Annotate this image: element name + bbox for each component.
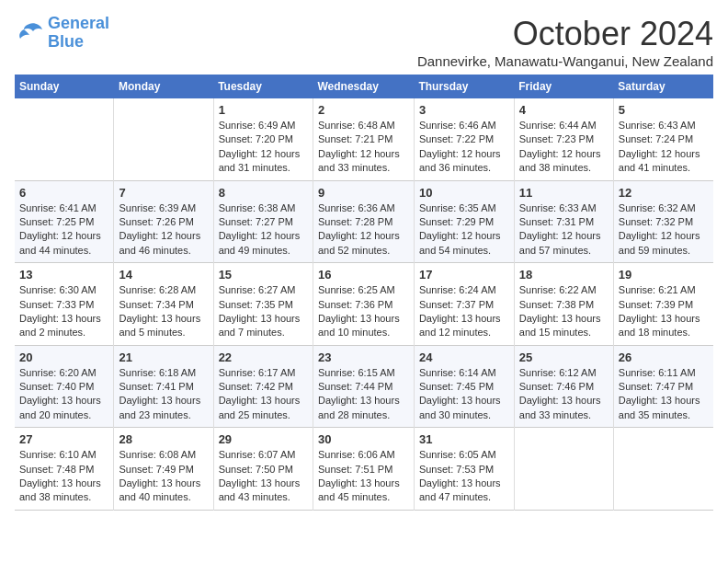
day-number: 2	[318, 103, 409, 117]
day-number: 13	[19, 268, 108, 282]
day-number: 6	[19, 186, 108, 200]
day-number: 7	[119, 186, 208, 200]
day-number: 19	[619, 268, 709, 282]
day-number: 20	[19, 350, 108, 364]
title-block: October 2024 Dannevirke, Manawatu-Wangan…	[417, 15, 713, 69]
calendar-body: 1 Sunrise: 6:49 AMSunset: 7:20 PMDayligh…	[15, 98, 713, 510]
day-number: 28	[119, 432, 208, 446]
day-number: 22	[219, 350, 308, 364]
calendar-cell: 23 Sunrise: 6:15 AMSunset: 7:44 PMDaylig…	[313, 345, 414, 428]
day-number: 23	[318, 350, 409, 364]
weekday-header: Saturday	[613, 75, 713, 98]
calendar-cell: 3 Sunrise: 6:46 AMSunset: 7:22 PMDayligh…	[414, 98, 514, 180]
weekday-header: Thursday	[414, 75, 514, 98]
calendar-cell: 8 Sunrise: 6:38 AMSunset: 7:27 PMDayligh…	[213, 180, 313, 263]
day-info: Sunrise: 6:06 AMSunset: 7:51 PMDaylight:…	[318, 448, 409, 505]
day-number: 24	[419, 350, 509, 364]
day-number: 9	[318, 186, 409, 200]
calendar-cell: 20 Sunrise: 6:20 AMSunset: 7:40 PMDaylig…	[15, 345, 114, 428]
calendar-header: SundayMondayTuesdayWednesdayThursdayFrid…	[15, 75, 713, 98]
location-subtitle: Dannevirke, Manawatu-Wanganui, New Zeala…	[417, 53, 713, 69]
day-info: Sunrise: 6:24 AMSunset: 7:37 PMDaylight:…	[419, 283, 509, 340]
day-number: 8	[219, 186, 308, 200]
day-info: Sunrise: 6:21 AMSunset: 7:39 PMDaylight:…	[619, 283, 709, 340]
calendar-cell: 9 Sunrise: 6:36 AMSunset: 7:28 PMDayligh…	[313, 180, 414, 263]
month-title: October 2024	[417, 15, 713, 53]
day-info: Sunrise: 6:05 AMSunset: 7:53 PMDaylight:…	[419, 448, 509, 505]
day-info: Sunrise: 6:28 AMSunset: 7:34 PMDaylight:…	[119, 283, 208, 340]
day-number: 17	[419, 268, 509, 282]
calendar-cell: 27 Sunrise: 6:10 AMSunset: 7:48 PMDaylig…	[15, 428, 114, 511]
calendar-cell: 5 Sunrise: 6:43 AMSunset: 7:24 PMDayligh…	[613, 98, 713, 180]
day-number: 15	[219, 268, 308, 282]
day-info: Sunrise: 6:39 AMSunset: 7:26 PMDaylight:…	[119, 201, 208, 259]
day-number: 25	[519, 350, 609, 364]
day-number: 5	[619, 103, 709, 117]
day-info: Sunrise: 6:27 AMSunset: 7:35 PMDaylight:…	[219, 283, 308, 340]
day-number: 26	[619, 350, 709, 364]
day-number: 12	[619, 186, 709, 200]
day-info: Sunrise: 6:11 AMSunset: 7:47 PMDaylight:…	[619, 366, 709, 423]
day-number: 16	[318, 268, 409, 282]
day-number: 21	[119, 350, 208, 364]
day-number: 29	[219, 432, 308, 446]
weekday-header: Monday	[114, 75, 213, 98]
calendar-cell: 6 Sunrise: 6:41 AMSunset: 7:25 PMDayligh…	[15, 180, 114, 263]
day-info: Sunrise: 6:10 AMSunset: 7:48 PMDaylight:…	[19, 448, 108, 505]
day-info: Sunrise: 6:07 AMSunset: 7:50 PMDaylight:…	[219, 448, 308, 505]
calendar-cell: 13 Sunrise: 6:30 AMSunset: 7:33 PMDaylig…	[15, 263, 114, 346]
weekday-header: Friday	[514, 75, 613, 98]
calendar-cell: 26 Sunrise: 6:11 AMSunset: 7:47 PMDaylig…	[613, 345, 713, 428]
day-info: Sunrise: 6:36 AMSunset: 7:28 PMDaylight:…	[318, 201, 409, 259]
day-info: Sunrise: 6:12 AMSunset: 7:46 PMDaylight:…	[519, 366, 609, 423]
calendar-cell: 28 Sunrise: 6:08 AMSunset: 7:49 PMDaylig…	[114, 428, 213, 511]
day-number: 18	[519, 268, 609, 282]
weekday-header: Tuesday	[213, 75, 313, 98]
day-number: 27	[19, 432, 108, 446]
calendar-cell	[613, 428, 713, 511]
calendar-cell: 4 Sunrise: 6:44 AMSunset: 7:23 PMDayligh…	[514, 98, 613, 180]
page-header: General Blue October 2024 Dannevirke, Ma…	[15, 15, 713, 69]
calendar-table: SundayMondayTuesdayWednesdayThursdayFrid…	[15, 75, 713, 511]
calendar-cell: 29 Sunrise: 6:07 AMSunset: 7:50 PMDaylig…	[213, 428, 313, 511]
day-number: 30	[318, 432, 409, 446]
day-info: Sunrise: 6:43 AMSunset: 7:24 PMDaylight:…	[619, 119, 709, 176]
day-info: Sunrise: 6:48 AMSunset: 7:21 PMDaylight:…	[318, 119, 409, 176]
day-number: 4	[519, 103, 609, 117]
day-info: Sunrise: 6:35 AMSunset: 7:29 PMDaylight:…	[419, 201, 509, 259]
logo: General Blue	[15, 15, 109, 52]
day-number: 31	[419, 432, 509, 446]
day-info: Sunrise: 6:32 AMSunset: 7:32 PMDaylight:…	[619, 201, 709, 259]
day-info: Sunrise: 6:20 AMSunset: 7:40 PMDaylight:…	[19, 366, 108, 423]
day-number: 10	[419, 186, 509, 200]
day-info: Sunrise: 6:17 AMSunset: 7:42 PMDaylight:…	[219, 366, 308, 423]
day-info: Sunrise: 6:25 AMSunset: 7:36 PMDaylight:…	[318, 283, 409, 340]
weekday-header: Sunday	[15, 75, 114, 98]
day-info: Sunrise: 6:22 AMSunset: 7:38 PMDaylight:…	[519, 283, 609, 340]
calendar-cell: 16 Sunrise: 6:25 AMSunset: 7:36 PMDaylig…	[313, 263, 414, 346]
day-info: Sunrise: 6:15 AMSunset: 7:44 PMDaylight:…	[318, 366, 409, 423]
calendar-cell: 25 Sunrise: 6:12 AMSunset: 7:46 PMDaylig…	[514, 345, 613, 428]
day-info: Sunrise: 6:08 AMSunset: 7:49 PMDaylight:…	[119, 448, 208, 505]
calendar-cell: 21 Sunrise: 6:18 AMSunset: 7:41 PMDaylig…	[114, 345, 213, 428]
day-info: Sunrise: 6:30 AMSunset: 7:33 PMDaylight:…	[19, 283, 108, 340]
calendar-cell: 10 Sunrise: 6:35 AMSunset: 7:29 PMDaylig…	[414, 180, 514, 263]
calendar-cell	[514, 428, 613, 511]
calendar-cell: 11 Sunrise: 6:33 AMSunset: 7:31 PMDaylig…	[514, 180, 613, 263]
calendar-cell: 15 Sunrise: 6:27 AMSunset: 7:35 PMDaylig…	[213, 263, 313, 346]
logo-text: General Blue	[48, 15, 109, 52]
calendar-cell: 22 Sunrise: 6:17 AMSunset: 7:42 PMDaylig…	[213, 345, 313, 428]
day-info: Sunrise: 6:46 AMSunset: 7:22 PMDaylight:…	[419, 119, 509, 176]
calendar-cell: 17 Sunrise: 6:24 AMSunset: 7:37 PMDaylig…	[414, 263, 514, 346]
calendar-cell: 31 Sunrise: 6:05 AMSunset: 7:53 PMDaylig…	[414, 428, 514, 511]
calendar-cell: 19 Sunrise: 6:21 AMSunset: 7:39 PMDaylig…	[613, 263, 713, 346]
calendar-cell: 2 Sunrise: 6:48 AMSunset: 7:21 PMDayligh…	[313, 98, 414, 180]
calendar-cell: 1 Sunrise: 6:49 AMSunset: 7:20 PMDayligh…	[213, 98, 313, 180]
day-number: 14	[119, 268, 208, 282]
day-info: Sunrise: 6:38 AMSunset: 7:27 PMDaylight:…	[219, 201, 308, 259]
calendar-cell	[114, 98, 213, 180]
day-info: Sunrise: 6:18 AMSunset: 7:41 PMDaylight:…	[119, 366, 208, 423]
calendar-cell: 14 Sunrise: 6:28 AMSunset: 7:34 PMDaylig…	[114, 263, 213, 346]
day-info: Sunrise: 6:44 AMSunset: 7:23 PMDaylight:…	[519, 119, 609, 176]
calendar-cell: 30 Sunrise: 6:06 AMSunset: 7:51 PMDaylig…	[313, 428, 414, 511]
